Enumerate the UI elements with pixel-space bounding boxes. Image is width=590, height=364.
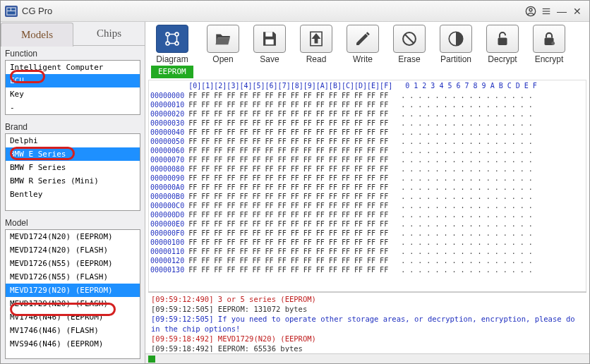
partition-icon xyxy=(440,25,472,53)
write-label: Write xyxy=(353,54,373,64)
main-area: DiagramOpenSaveReadWriteErasePartitionDe… xyxy=(145,22,589,363)
titlebar: CG Pro — ✕ xyxy=(1,1,589,22)
model-item[interactable]: MEVD1726(N55) (EEPROM) xyxy=(6,257,140,270)
hex-row[interactable]: 00000090 FF FF FF FF FF FF FF FF FF FF F… xyxy=(149,174,586,183)
hex-row[interactable]: 00000100 FF FF FF FF FF FF FF FF FF FF F… xyxy=(149,238,586,247)
app-title: CG Pro xyxy=(22,6,523,16)
svg-rect-13 xyxy=(265,32,272,37)
encrypt-icon xyxy=(533,25,565,53)
brand-item[interactable]: BMW R Series (Mini) xyxy=(6,174,140,188)
hex-header: [0][1][2][3][4][5][6][7][8][9][A][B][C][… xyxy=(149,80,586,91)
open-icon xyxy=(207,25,239,53)
close-button[interactable]: ✕ xyxy=(570,4,585,19)
decrypt-button[interactable]: Decrypt xyxy=(481,25,524,64)
encrypt-button[interactable]: Encrypt xyxy=(528,25,570,64)
hex-row[interactable]: 00000080 FF FF FF FF FF FF FF FF FF FF F… xyxy=(149,164,586,174)
mode-bar: EEPROM xyxy=(151,66,584,78)
brand-item[interactable]: Bentley xyxy=(6,188,140,201)
brand-item[interactable]: BMW F Series xyxy=(6,161,140,174)
sidebar-tabs: Models Chips xyxy=(1,22,145,46)
hex-row[interactable]: 00000130 FF FF FF FF FF FF FF FF FF FF F… xyxy=(149,265,586,274)
tab-chips[interactable]: Chips xyxy=(73,22,145,46)
hex-row[interactable]: 00000000 FF FF FF FF FF FF FF FF FF FF F… xyxy=(149,91,586,100)
hex-row[interactable]: 000000D0 FF FF FF FF FF FF FF FF FF FF F… xyxy=(149,210,586,219)
log-line: [09:59:12:505] EEPROM: 131072 bytes xyxy=(151,304,584,314)
brand-label: Brand xyxy=(1,119,145,133)
decrypt-icon xyxy=(486,25,519,53)
function-item[interactable]: Key xyxy=(6,87,140,101)
svg-rect-8 xyxy=(543,13,550,13)
svg-rect-2 xyxy=(11,8,16,10)
status-bar xyxy=(145,353,589,363)
hex-row[interactable]: 00000120 FF FF FF FF FF FF FF FF FF FF F… xyxy=(149,256,586,265)
hex-row[interactable]: 000000E0 FF FF FF FF FF FF FF FF FF FF F… xyxy=(149,219,586,229)
hex-row[interactable]: 000000A0 FF FF FF FF FF FF FF FF FF FF F… xyxy=(149,183,586,192)
hex-viewer[interactable]: [0][1][2][3][4][5][6][7][8][9][A][B][C][… xyxy=(148,80,586,291)
status-indicator-icon xyxy=(148,356,155,363)
brand-item[interactable]: BMW E Series xyxy=(6,147,140,161)
write-icon xyxy=(347,25,379,53)
erase-button[interactable]: Erase xyxy=(388,25,431,64)
read-button[interactable]: Read xyxy=(295,25,337,64)
erase-icon xyxy=(393,25,426,53)
menu-icon[interactable] xyxy=(538,4,554,19)
open-button[interactable]: Open xyxy=(202,25,244,64)
hex-row[interactable]: 00000020 FF FF FF FF FF FF FF FF FF FF F… xyxy=(149,109,586,119)
hex-row[interactable]: 000000C0 FF FF FF FF FF FF FF FF FF FF F… xyxy=(149,201,586,210)
minimize-button[interactable]: — xyxy=(554,4,570,19)
hex-row[interactable]: 00000070 FF FF FF FF FF FF FF FF FF FF F… xyxy=(149,155,586,164)
svg-point-11 xyxy=(166,42,169,45)
svg-point-5 xyxy=(529,8,532,11)
hex-row[interactable]: 00000050 FF FF FF FF FF FF FF FF FF FF F… xyxy=(149,137,586,146)
account-icon[interactable] xyxy=(523,4,538,19)
function-item[interactable]: Intelligent Computer xyxy=(6,61,140,74)
save-button[interactable]: Save xyxy=(248,25,291,64)
svg-rect-3 xyxy=(7,11,15,15)
log-line: [09:59:18:492] MEVD1729(N20) (EEPROM) xyxy=(151,334,584,344)
tab-models[interactable]: Models xyxy=(1,23,73,47)
app-icon xyxy=(5,6,18,17)
log-panel[interactable]: [09:59:12:490] 3 or 5 series (EEPROM)[09… xyxy=(148,291,586,352)
function-list[interactable]: Intelligent ComputerECUKey- xyxy=(5,60,140,115)
partition-label: Partition xyxy=(440,54,471,64)
brand-item[interactable]: Delphi xyxy=(6,134,140,147)
log-line: [09:59:12:490] 3 or 5 series (EEPROM) xyxy=(151,294,584,304)
open-label: Open xyxy=(212,54,233,64)
svg-rect-6 xyxy=(543,8,550,8)
read-label: Read xyxy=(306,54,327,64)
hex-row[interactable]: 00000010 FF FF FF FF FF FF FF FF FF FF F… xyxy=(149,100,586,109)
svg-rect-1 xyxy=(7,8,11,10)
partition-button[interactable]: Partition xyxy=(435,25,477,64)
svg-rect-14 xyxy=(265,40,273,44)
model-label: Model xyxy=(1,215,145,229)
brand-list[interactable]: DelphiBMW E SeriesBMW F SeriesBMW R Seri… xyxy=(5,133,140,211)
read-icon xyxy=(300,25,332,53)
svg-point-12 xyxy=(175,42,179,45)
svg-rect-17 xyxy=(498,37,507,45)
hex-row[interactable]: 000000B0 FF FF FF FF FF FF FF FF FF FF F… xyxy=(149,192,586,201)
model-item[interactable]: MV1746(N46) (FLASH) xyxy=(6,324,140,337)
svg-point-10 xyxy=(175,32,179,36)
svg-point-9 xyxy=(166,32,169,36)
diagram-button[interactable]: Diagram xyxy=(151,25,193,64)
log-line: [09:59:18:492] EEPROM: 65536 bytes xyxy=(151,344,584,352)
model-list[interactable]: MEVD1724(N20) (EEPROM)MEVD1724(N20) (FLA… xyxy=(5,229,140,359)
hex-row[interactable]: 00000110 FF FF FF FF FF FF FF FF FF FF F… xyxy=(149,247,586,256)
model-item[interactable]: MEVD1724(N20) (FLASH) xyxy=(6,243,140,257)
hex-row[interactable]: 000000F0 FF FF FF FF FF FF FF FF FF FF F… xyxy=(149,229,586,238)
diagram-label: Diagram xyxy=(156,54,188,64)
function-item[interactable]: - xyxy=(6,101,140,114)
model-item[interactable]: MEVD1724(N20) (EEPROM) xyxy=(6,230,140,243)
model-item[interactable]: MEVD1729(N20) (EEPROM) xyxy=(6,284,140,297)
svg-point-19 xyxy=(551,42,555,45)
hex-row[interactable]: 00000030 FF FF FF FF FF FF FF FF FF FF F… xyxy=(149,119,586,128)
model-item[interactable]: MEVD1729(N20) (FLASH) xyxy=(6,297,140,310)
hex-row[interactable]: 00000040 FF FF FF FF FF FF FF FF FF FF F… xyxy=(149,128,586,137)
write-button[interactable]: Write xyxy=(342,25,384,64)
model-item[interactable]: MEVD1726(N55) (FLASH) xyxy=(6,270,140,284)
hex-row[interactable]: 00000060 FF FF FF FF FF FF FF FF FF FF F… xyxy=(149,146,586,155)
model-item[interactable]: MVS946(N46) (EEPROM) xyxy=(6,337,140,351)
erase-label: Erase xyxy=(398,54,420,64)
function-item[interactable]: ECU xyxy=(6,74,140,87)
model-item[interactable]: MV1746(N46) (EEPROM) xyxy=(6,310,140,324)
